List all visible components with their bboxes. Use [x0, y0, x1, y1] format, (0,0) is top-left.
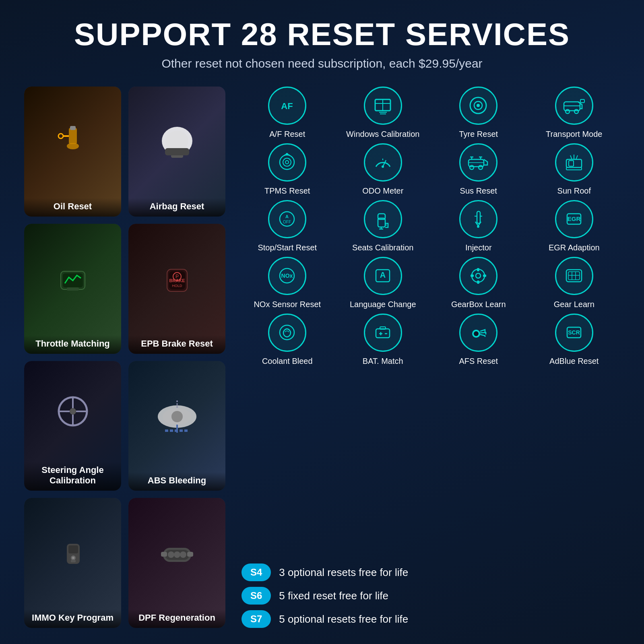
airbag-visual	[128, 87, 225, 198]
svg-point-52	[574, 109, 578, 114]
icon-tpms-reset: TPMS Reset	[242, 143, 333, 196]
tpms-reset-icon	[276, 151, 298, 173]
badge-row-s4: S4 3 optional resets free for life	[242, 564, 620, 581]
svg-point-57	[286, 153, 288, 155]
odo-meter-label: ODO Meter	[362, 186, 403, 196]
injector-label: Injector	[465, 242, 492, 253]
svg-point-3	[58, 134, 63, 138]
svg-rect-100	[380, 327, 386, 329]
icon-injector: Injector	[433, 200, 524, 253]
gear-learn-circle	[555, 257, 593, 295]
icon-egr-adaption: EGR EGR Adaption	[528, 200, 620, 253]
tyre-reset-circle	[459, 87, 497, 125]
svg-rect-31	[68, 545, 78, 553]
svg-text:AF: AF	[281, 101, 293, 111]
abs-bleeding-label: ABS Bleeding	[128, 472, 225, 491]
adblue-reset-label: AdBlue Reset	[549, 356, 599, 366]
coolant-bleed-label: Coolant Bleed	[262, 356, 313, 366]
icon-row-1: AF A/F Reset Wi	[242, 87, 620, 139]
svg-rect-99	[376, 329, 390, 338]
nox-sensor-circle: NOx	[268, 257, 306, 295]
svg-point-55	[283, 158, 291, 166]
icon-windows-cal: Windows Calibration	[337, 87, 429, 139]
svg-point-80	[477, 225, 479, 228]
svg-rect-89	[477, 268, 479, 271]
af-reset-icon: AF	[276, 95, 298, 117]
icon-adblue-reset: SCR AdBlue Reset	[528, 314, 620, 366]
icon-odo-meter: ODO Meter	[337, 143, 429, 196]
svg-rect-91	[471, 275, 474, 277]
icon-seats-cal: Seats Calibration	[337, 200, 429, 253]
nox-sensor-icon: NOx	[276, 265, 298, 287]
tpms-reset-circle	[268, 143, 306, 182]
odo-meter-icon	[372, 151, 394, 173]
icon-stop-start: A OFF Stop/Start Reset	[242, 200, 333, 253]
transport-mode-icon	[562, 95, 586, 117]
windows-cal-icon	[372, 95, 394, 117]
gearbox-learn-icon	[467, 265, 489, 287]
oil-reset-icon	[55, 124, 91, 160]
windows-cal-circle	[364, 87, 402, 125]
svg-point-64	[470, 165, 474, 169]
bat-match-label: BAT. Match	[363, 356, 403, 366]
gearbox-learn-circle	[459, 257, 497, 295]
svg-text:A: A	[285, 214, 289, 219]
svg-rect-71	[569, 161, 574, 166]
svg-text:SCR: SCR	[568, 329, 580, 336]
photo-airbag-reset: Airbag Reset	[128, 87, 225, 217]
svg-rect-94	[568, 272, 580, 280]
sun-roof-label: Sun Roof	[557, 186, 591, 196]
immo-key-label: IMMO Key Program	[24, 609, 121, 628]
svg-point-105	[474, 331, 479, 336]
icon-nox-sensor: NOx NOx Sensor Reset	[242, 257, 333, 310]
svg-point-37	[168, 551, 174, 558]
airbag-reset-label: Airbag Reset	[128, 198, 225, 217]
photo-immo-key: IMMO Key Program	[24, 498, 121, 628]
gearbox-learn-label: GearBox Learn	[451, 299, 506, 310]
svg-rect-0	[69, 128, 77, 144]
injector-icon	[467, 208, 489, 230]
svg-point-51	[566, 109, 570, 114]
tyre-reset-label: Tyre Reset	[459, 129, 498, 139]
photo-oil-reset: Oil Reset	[24, 87, 121, 217]
icon-coolant-bleed: Coolant Bleed	[242, 314, 333, 366]
epb-visual: BRAKE HOLD P	[128, 224, 225, 335]
transport-mode-circle	[555, 87, 593, 125]
icon-bat-match: BAT. Match	[337, 314, 429, 366]
svg-text:EGR: EGR	[567, 215, 580, 222]
svg-rect-53	[580, 99, 584, 103]
icon-row-4: NOx NOx Sensor Reset A Language Change	[242, 257, 620, 310]
abs-icon	[155, 400, 199, 433]
icon-sus-reset: Sus Reset	[433, 143, 524, 196]
svg-text:NOx: NOx	[281, 272, 293, 279]
icon-sun-roof: Sun Roof	[528, 143, 620, 196]
icon-tyre-reset: Tyre Reset	[433, 87, 524, 139]
bat-match-icon	[372, 322, 394, 344]
language-change-label: Language Change	[350, 299, 416, 310]
stop-start-circle: A OFF	[268, 200, 306, 238]
oil-reset-visual	[24, 87, 121, 198]
photo-dpf: DPF Regeneration	[128, 498, 225, 628]
badge-s4-text: 3 optional resets free for life	[279, 566, 408, 579]
icon-row-3: A OFF Stop/Start Reset	[242, 200, 620, 253]
dpf-icon	[157, 538, 197, 570]
icon-transport-mode: Transport Mode	[528, 87, 620, 139]
steering-angle-label: Steering Angle Calibration	[24, 462, 121, 491]
page-title: SUPPORT 28 RESET SERVICES	[74, 16, 570, 53]
coolant-bleed-icon	[276, 322, 298, 344]
egr-adaption-icon: EGR	[563, 208, 585, 230]
svg-rect-8	[165, 148, 189, 155]
sus-reset-icon	[466, 151, 491, 173]
steering-visual	[24, 361, 121, 462]
svg-point-38	[174, 551, 180, 558]
svg-rect-34	[71, 560, 76, 562]
gear-learn-icon	[563, 265, 585, 287]
tyre-reset-icon	[467, 95, 489, 117]
badge-s7: S7	[242, 610, 271, 628]
svg-rect-92	[483, 275, 486, 277]
seats-cal-circle	[364, 200, 402, 238]
svg-point-26	[171, 411, 183, 422]
sun-roof-icon	[563, 151, 585, 173]
svg-point-39	[180, 551, 186, 558]
transport-mode-label: Transport Mode	[546, 129, 602, 139]
